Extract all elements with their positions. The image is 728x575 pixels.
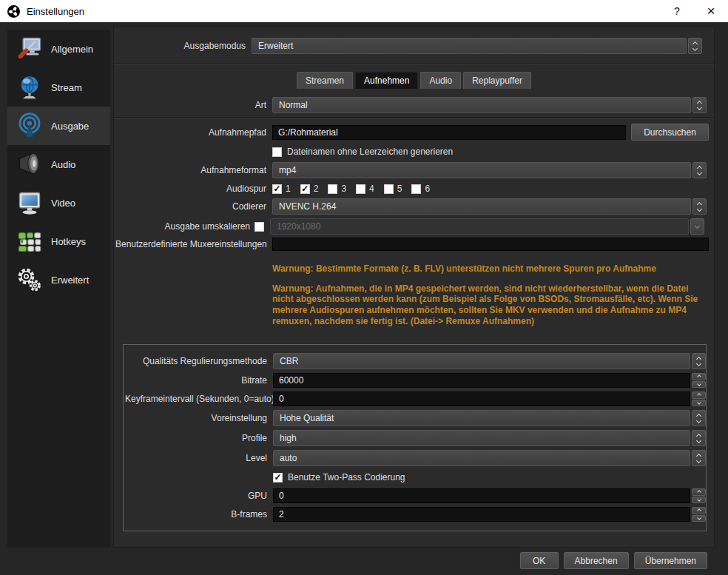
ok-button[interactable]: OK — [520, 552, 559, 569]
spin-down-button[interactable] — [692, 400, 706, 407]
recording-format-select[interactable]: mp4 — [272, 162, 691, 178]
muxer-row: Benutzerdefinierte Muxereinstellungen — [114, 238, 714, 251]
audio-track-label: Audiospur — [115, 184, 266, 194]
encoder-select[interactable]: NVENC H.264 — [272, 198, 691, 215]
preset-row: Voreinstellung Hohe Qualität — [124, 410, 706, 426]
settings-output-panel: Ausgabemodus Erweitert Streamen Aufnehme… — [113, 27, 715, 548]
recording-type-row: Art Normal — [114, 97, 714, 113]
rescale-checkbox[interactable] — [255, 222, 264, 232]
bitrate-row: Bitrate — [124, 373, 706, 388]
output-tabs: Streamen Aufnehmen Audio Replaypuffer — [114, 72, 714, 89]
gpu-row: GPU — [124, 488, 706, 503]
bframes-input[interactable] — [273, 507, 690, 522]
spin-down-button[interactable] — [692, 515, 706, 522]
preset-spinner[interactable] — [692, 410, 706, 426]
recording-format-row: Aufnahmeformat mp4 — [114, 162, 714, 178]
chevron-down-icon — [697, 206, 702, 211]
output-mode-select[interactable]: Erweitert — [252, 38, 687, 54]
keyframe-input[interactable] — [273, 391, 690, 406]
audio-track-1-checkbox[interactable] — [272, 184, 282, 194]
audio-track-3-checkbox[interactable] — [328, 184, 337, 194]
recording-path-input[interactable] — [272, 125, 626, 140]
two-pass-label: Benutze Two-Pass Codierung — [288, 472, 405, 482]
chevron-down-icon — [697, 400, 701, 405]
tab-aufnehmen[interactable]: Aufnehmen — [355, 72, 418, 89]
sidebar-item-stream[interactable]: Stream — [7, 68, 110, 107]
profile-select[interactable]: high — [273, 430, 690, 446]
audio-track-6-checkbox[interactable] — [411, 184, 421, 194]
spin-up-button[interactable] — [692, 507, 706, 514]
level-value: auto — [280, 453, 297, 463]
bframes-label: B-frames — [125, 509, 267, 519]
sidebar-item-allgemein[interactable]: Allgemein — [7, 30, 110, 68]
muxer-label: Benutzerdefinierte Muxereinstellungen — [115, 239, 266, 249]
sidebar-item-hotkeys[interactable]: Hotkeys — [7, 222, 110, 260]
settings-sidebar: Allgemein Stream Ausgabe Audio — [7, 30, 110, 548]
recording-type-spinner[interactable] — [692, 97, 707, 113]
browse-button[interactable]: Durchsuchen — [631, 124, 709, 141]
profile-spinner[interactable] — [692, 430, 706, 446]
profile-value: high — [280, 433, 297, 443]
recording-type-value: Normal — [279, 100, 308, 110]
bframes-spinner[interactable] — [692, 507, 706, 522]
close-button[interactable]: × — [694, 0, 728, 22]
preset-value: Hohe Qualität — [280, 413, 334, 423]
muxer-input[interactable] — [272, 238, 709, 251]
chevron-up-icon — [697, 394, 701, 398]
tab-replaypuffer[interactable]: Replaypuffer — [463, 72, 531, 89]
keyframe-spinner[interactable] — [692, 391, 706, 406]
tab-audio[interactable]: Audio — [420, 72, 461, 89]
rate-control-spinner[interactable] — [692, 353, 706, 369]
level-spinner[interactable] — [692, 450, 706, 466]
bframes-row: B-frames — [124, 507, 706, 522]
gpu-spinner[interactable] — [692, 488, 706, 503]
spin-up-button[interactable] — [692, 488, 706, 496]
help-button[interactable]: ? — [660, 0, 694, 22]
rate-control-value: CBR — [280, 356, 298, 366]
sidebar-item-label: Allgemein — [51, 44, 93, 55]
warning-mp4-text: Warnung: Aufnahmen, die in MP4 gespeiche… — [272, 283, 712, 327]
spin-down-button[interactable] — [692, 381, 706, 389]
audio-track-6-label: 6 — [425, 184, 430, 194]
output-mode-spinner[interactable] — [688, 38, 702, 54]
preset-select[interactable]: Hohe Qualität — [273, 410, 690, 426]
gpu-label: GPU — [125, 491, 267, 501]
encoder-spinner[interactable] — [692, 198, 707, 215]
recording-format-spinner[interactable] — [692, 162, 707, 178]
bitrate-spinner[interactable] — [692, 373, 706, 388]
audio-track-5-checkbox[interactable] — [384, 184, 394, 194]
two-pass-checkbox[interactable] — [273, 473, 283, 482]
rescale-dropdown-button — [690, 218, 704, 235]
spin-down-button[interactable] — [692, 497, 706, 504]
rate-control-select[interactable]: CBR — [273, 353, 690, 369]
rate-control-row: Qualitäts Regulierungsmethode CBR — [124, 353, 706, 369]
audio-track-2-checkbox[interactable] — [300, 184, 310, 194]
sidebar-item-video[interactable]: Video — [7, 184, 110, 222]
monitor-screwdriver-icon — [16, 36, 43, 62]
keyframe-label: Keyframeintervall (Sekunden, 0=auto) — [125, 394, 267, 404]
sidebar-item-erweitert[interactable]: Erweitert — [7, 260, 110, 299]
monitor-icon — [16, 189, 43, 216]
tab-streamen[interactable]: Streamen — [297, 72, 353, 89]
audio-track-5-label: 5 — [397, 184, 402, 194]
gpu-input[interactable] — [273, 488, 690, 503]
rescale-value: 1920x1080 — [277, 221, 320, 232]
no-spaces-checkbox[interactable] — [272, 147, 282, 157]
cancel-button[interactable]: Abbrechen — [564, 552, 629, 569]
sidebar-item-ausgabe[interactable]: Ausgabe — [7, 107, 110, 145]
chevron-down-icon — [697, 516, 701, 520]
encoder-label: Codierer — [115, 201, 266, 212]
audio-track-4-checkbox[interactable] — [356, 184, 365, 194]
spin-up-button[interactable] — [692, 373, 706, 380]
sidebar-item-label: Stream — [51, 82, 82, 93]
level-row: Level auto — [124, 450, 706, 466]
apply-button[interactable]: Übernehmen — [634, 552, 707, 569]
chevron-down-icon — [697, 104, 702, 110]
recording-type-select[interactable]: Normal — [272, 97, 691, 113]
level-select[interactable]: auto — [273, 450, 690, 466]
spin-up-button[interactable] — [692, 391, 706, 399]
dialog-buttons: OK Abbrechen Übernehmen — [520, 552, 707, 569]
bitrate-input[interactable] — [273, 373, 690, 388]
recording-path-label: Aufnahmepfad — [115, 127, 266, 138]
sidebar-item-audio[interactable]: Audio — [7, 145, 110, 184]
